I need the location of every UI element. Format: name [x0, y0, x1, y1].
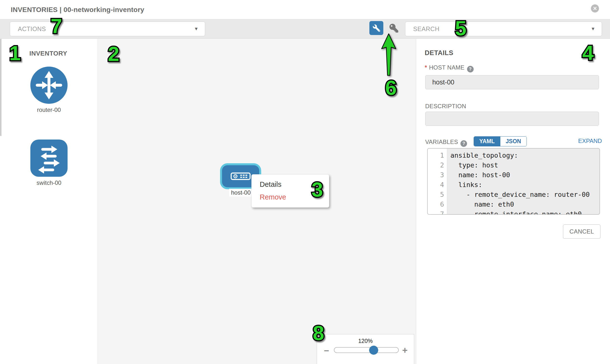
help-icon[interactable]: ? — [460, 140, 467, 147]
code-line: ansible_topology: — [447, 151, 599, 160]
router-icon — [30, 66, 67, 104]
inventory-sidebar: INVENTORY router-00 — [0, 39, 98, 364]
annotation-marker-4: 4 — [582, 41, 594, 65]
zoom-slider-handle[interactable] — [369, 346, 378, 355]
toolbar: ACTIONS ▼ SEARCH ▼ — [0, 19, 610, 39]
chevron-down-icon: ▼ — [194, 22, 198, 36]
yaml-toggle-button[interactable]: YAML — [474, 137, 500, 146]
annotation-marker-8: 8 — [313, 321, 324, 345]
line-number: 7 — [428, 209, 447, 215]
line-number: 1 — [428, 151, 447, 160]
line-number: 5 — [428, 190, 447, 199]
menu-item-details[interactable]: Details — [260, 181, 282, 188]
code-line: links: — [447, 180, 599, 190]
description-label: DESCRIPTION — [425, 103, 466, 110]
annotation-marker-6: 6 — [385, 76, 397, 100]
code-line: - remote_device_name: router-00 — [447, 190, 599, 199]
code-line: type: host — [447, 160, 599, 170]
required-asterisk: * — [425, 64, 427, 71]
host-icon — [231, 172, 251, 181]
sidebar-scrollbar[interactable] — [0, 39, 1, 136]
zoom-in-button[interactable]: + — [402, 345, 408, 356]
help-icon[interactable]: ? — [467, 66, 474, 72]
line-number: 4 — [428, 180, 447, 190]
host-node-label: host-00 — [229, 189, 253, 196]
host-name-label: *HOST NAME? — [425, 64, 474, 72]
zoom-slider-track[interactable] — [334, 347, 399, 353]
code-line: name: host-00 — [447, 170, 599, 180]
editor-code-area[interactable]: ansible_topology: type: host name: host-… — [447, 149, 599, 214]
annotation-marker-3: 3 — [311, 178, 323, 201]
sidebar-item-router-00[interactable] — [30, 66, 67, 104]
zoom-out-button[interactable]: − — [324, 346, 329, 356]
menu-item-remove[interactable]: Remove — [260, 193, 286, 201]
switch-icon — [30, 140, 67, 177]
app-header: INVENTORIES | 00-networking-inventory ✕ — [0, 0, 610, 19]
zoom-control-panel: 120% − + — [317, 334, 414, 364]
actions-dropdown-placeholder: ACTIONS — [18, 22, 46, 36]
annotation-marker-2: 2 — [108, 42, 119, 66]
sidebar-title: INVENTORY — [29, 50, 67, 57]
code-line: remote_interface_name: eth0 — [447, 209, 599, 215]
variables-label: VARIABLES? — [425, 139, 467, 147]
zoom-level-value: 120% — [317, 338, 414, 344]
editor-line-numbers: 1 2 3 4 5 6 7 — [428, 149, 447, 214]
line-number: 3 — [428, 170, 447, 180]
annotation-marker-7: 7 — [51, 14, 62, 38]
description-input[interactable] — [425, 112, 599, 126]
details-panel-title: DETAILS — [425, 49, 453, 57]
sidebar-item-label: switch-00 — [17, 180, 81, 186]
search-dropdown[interactable]: SEARCH ▼ — [405, 22, 602, 36]
sidebar-item-label: router-00 — [17, 106, 81, 113]
chevron-down-icon: ▼ — [591, 22, 595, 36]
host-name-input[interactable] — [425, 75, 599, 89]
search-dropdown-placeholder: SEARCH — [413, 22, 439, 36]
line-number: 6 — [428, 199, 447, 209]
cancel-button[interactable]: CANCEL — [563, 224, 600, 239]
annotation-arrow-up-icon — [377, 29, 402, 78]
annotation-marker-1: 1 — [9, 41, 21, 65]
sidebar-item-switch-00[interactable] — [30, 140, 67, 177]
topology-inventory-page: INVENTORIES | 00-networking-inventory ✕ … — [0, 0, 610, 364]
expand-link[interactable]: EXPAND — [578, 138, 602, 144]
code-line: name: eth0 — [447, 199, 599, 209]
line-number: 2 — [428, 160, 447, 170]
annotation-marker-5: 5 — [455, 16, 467, 40]
close-icon[interactable]: ✕ — [591, 4, 599, 13]
variables-code-editor[interactable]: 1 2 3 4 5 6 7 ansible_topology: type: ho… — [427, 148, 600, 215]
variables-format-toggle: YAML JSON — [474, 136, 527, 146]
actions-dropdown[interactable]: ACTIONS ▼ — [10, 22, 205, 36]
json-toggle-button[interactable]: JSON — [500, 137, 527, 146]
page-title: INVENTORIES | 00-networking-inventory — [11, 6, 144, 14]
